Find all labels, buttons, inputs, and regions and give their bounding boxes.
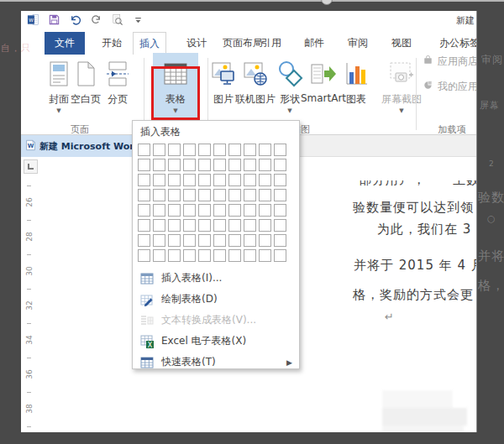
table-grid-cell[interactable] xyxy=(153,204,165,217)
table-grid-cell[interactable] xyxy=(274,144,286,156)
table-grid-cell[interactable] xyxy=(244,219,256,232)
table-grid-cell[interactable] xyxy=(183,159,196,171)
table-grid-cell[interactable] xyxy=(138,204,150,217)
ribbon-button-blank-page[interactable]: 空白页 ▼ xyxy=(70,57,102,123)
table-grid-cell[interactable] xyxy=(244,174,256,186)
table-grid-cell[interactable] xyxy=(213,174,226,186)
table-grid-cell[interactable] xyxy=(168,234,181,247)
tab-mailings[interactable]: 邮件 xyxy=(297,32,331,55)
menu-item-convert-text-to-table[interactable]: 文本转换成表格(V)... ▶ xyxy=(133,310,299,331)
table-grid-cell[interactable] xyxy=(228,204,241,217)
table-grid-cell[interactable] xyxy=(259,189,271,201)
table-grid-cell[interactable] xyxy=(198,219,211,232)
document-tab-active[interactable]: W 新建 Microsoft Wor xyxy=(21,135,133,157)
table-grid-cell[interactable] xyxy=(183,174,196,186)
table-grid-cell[interactable] xyxy=(153,234,165,247)
table-grid-cell[interactable] xyxy=(198,189,211,201)
table-grid-cell[interactable] xyxy=(244,234,256,247)
qat-button-save[interactable] xyxy=(47,15,60,29)
table-grid-cell[interactable] xyxy=(213,204,226,217)
tab-home[interactable]: 开始 xyxy=(95,32,129,55)
table-grid-cell[interactable] xyxy=(274,189,286,201)
menu-item-draw-table[interactable]: 绘制表格(D) ▶ xyxy=(133,289,299,310)
table-grid-cell[interactable] xyxy=(213,144,226,156)
table-grid-cell[interactable] xyxy=(213,159,226,171)
table-grid-cell[interactable] xyxy=(228,249,241,262)
table-grid-cell[interactable] xyxy=(274,219,286,232)
qat-button-undo[interactable] xyxy=(68,15,81,29)
ribbon-button-shapes[interactable]: 形状 ▼ xyxy=(276,57,304,123)
table-grid-cell[interactable] xyxy=(153,189,165,201)
ribbon-button-page-break[interactable]: 分页 ▼ xyxy=(103,57,132,123)
table-grid-cell[interactable] xyxy=(183,219,196,232)
ribbon-button-online-pictures[interactable]: 联机图片 ▼ xyxy=(234,57,276,123)
table-grid-cell[interactable] xyxy=(228,234,241,247)
table-grid-cell[interactable] xyxy=(259,234,271,247)
table-grid-cell[interactable] xyxy=(244,189,256,201)
table-grid-cell[interactable] xyxy=(183,234,196,247)
table-grid-cell[interactable] xyxy=(259,219,271,232)
table-grid-cell[interactable] xyxy=(259,144,271,156)
table-grid-cell[interactable] xyxy=(183,144,196,156)
qat-button-redo[interactable] xyxy=(89,15,102,29)
table-grid-cell[interactable] xyxy=(213,234,226,247)
ribbon-button-smartart[interactable]: SmartArt ▼ xyxy=(302,57,345,123)
table-grid-cell[interactable] xyxy=(138,159,150,171)
table-grid-cell[interactable] xyxy=(168,189,181,201)
table-grid-cell[interactable] xyxy=(274,174,286,186)
table-grid-cell[interactable] xyxy=(198,249,211,262)
tab-stop-selector[interactable] xyxy=(24,159,38,174)
tab-view[interactable]: 视图 xyxy=(385,32,418,55)
tab-references[interactable]: 引用 xyxy=(255,32,288,55)
table-grid-cell[interactable] xyxy=(228,174,241,186)
table-grid-cell[interactable] xyxy=(244,204,256,217)
table-grid-cell[interactable] xyxy=(274,159,286,171)
qat-button-word-logo[interactable]: W xyxy=(26,15,39,29)
table-grid-cell[interactable] xyxy=(168,204,181,217)
table-grid-cell[interactable] xyxy=(259,204,271,217)
table-grid-cell[interactable] xyxy=(168,159,181,171)
table-grid-cell[interactable] xyxy=(228,219,241,232)
table-grid-cell[interactable] xyxy=(213,189,226,201)
ribbon-button-pictures[interactable]: 图片 ▼ xyxy=(209,57,238,123)
table-grid-cell[interactable] xyxy=(153,219,165,232)
table-grid-cell[interactable] xyxy=(244,159,256,171)
table-grid-cell[interactable] xyxy=(259,249,271,262)
table-grid-cell[interactable] xyxy=(138,174,150,186)
table-grid-cell[interactable] xyxy=(138,189,150,201)
tab-review[interactable]: 审阅 xyxy=(341,32,375,55)
table-grid-cell[interactable] xyxy=(138,144,150,156)
table-grid-cell[interactable] xyxy=(274,234,286,247)
table-grid-cell[interactable] xyxy=(138,234,150,247)
menu-item-insert-table[interactable]: 插入表格(I)... ▶ xyxy=(133,268,299,289)
table-grid-cell[interactable] xyxy=(168,174,181,186)
table-grid-cell[interactable] xyxy=(153,144,165,156)
menu-item-quick-tables[interactable]: 快速表格(T) ▶ xyxy=(133,352,299,373)
table-grid-cell[interactable] xyxy=(153,249,165,262)
tab-file[interactable]: 文件 xyxy=(45,32,85,55)
table-grid-cell[interactable] xyxy=(274,249,286,262)
table-grid-cell[interactable] xyxy=(183,204,196,217)
table-grid-cell[interactable] xyxy=(244,144,256,156)
qat-button-print-preview[interactable] xyxy=(110,15,123,29)
table-grid-cell[interactable] xyxy=(168,249,181,262)
table-grid-cell[interactable] xyxy=(274,204,286,217)
ribbon-button-chart[interactable]: 图表 ▼ xyxy=(344,57,369,123)
table-grid-cell[interactable] xyxy=(153,159,165,171)
ribbon-button-cover-page[interactable]: 封面 ▼ xyxy=(45,57,73,123)
table-grid-cell[interactable] xyxy=(198,234,211,247)
table-grid-cell[interactable] xyxy=(153,174,165,186)
menu-item-excel-spreadsheet[interactable]: X Excel 电子表格(X) ▶ xyxy=(133,331,299,352)
table-grid-cell[interactable] xyxy=(244,249,256,262)
ribbon-button-screenshot[interactable]: 屏幕截图 ▼ xyxy=(377,57,426,123)
table-grid-cell[interactable] xyxy=(183,249,196,262)
tab-design[interactable]: 设计 xyxy=(180,32,213,55)
table-grid-cell[interactable] xyxy=(198,144,211,156)
table-grid-cell[interactable] xyxy=(183,189,196,201)
tab-insert[interactable]: 插入 xyxy=(133,32,166,55)
table-grid-cell[interactable] xyxy=(168,219,181,232)
vertical-ruler[interactable]: 2628303234363840 xyxy=(24,175,35,432)
table-grid-cell[interactable] xyxy=(198,159,211,171)
table-grid-cell[interactable] xyxy=(259,159,271,171)
table-grid-cell[interactable] xyxy=(213,249,226,262)
